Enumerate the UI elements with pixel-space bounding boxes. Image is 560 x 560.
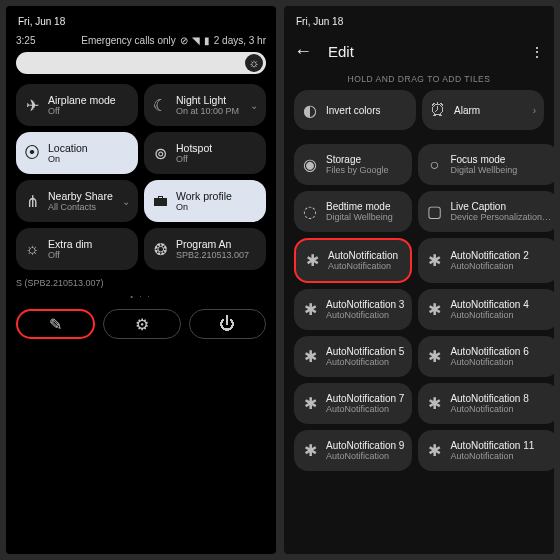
puzzle-icon: ✱ <box>302 300 318 319</box>
bed-icon: ◌ <box>302 202 318 221</box>
phone-right: Fri, Jun 18 ← Edit ⋮ HOLD AND DRAG TO AD… <box>284 6 554 554</box>
brightness-icon: ☼ <box>249 56 260 70</box>
puzzle-icon: ✱ <box>302 394 318 413</box>
chevron-right-icon: › <box>533 105 536 116</box>
tile-autonotification-1[interactable]: ✱ AutoNotificationAutoNotification <box>294 238 412 283</box>
tile-night-light[interactable]: ☾ Night Light On at 10:00 PM ⌄ <box>144 84 266 126</box>
action-button-row: ✎ ⚙ ⏻ <box>16 309 266 339</box>
puzzle-icon: ✱ <box>426 441 442 460</box>
back-button[interactable]: ← <box>294 41 312 62</box>
airplane-icon: ✈︎ <box>24 96 40 115</box>
puzzle-icon: ✱ <box>304 251 320 270</box>
power-button[interactable]: ⏻ <box>189 309 266 339</box>
tile-alarm[interactable]: ⏰︎ Alarm › <box>422 90 544 130</box>
tile-extra-dim[interactable]: ☼ Extra dim Off <box>16 228 138 270</box>
tile-storage[interactable]: ◉ StorageFiles by Google <box>294 144 412 185</box>
pencil-icon: ✎ <box>49 315 62 334</box>
invert-icon: ◐ <box>302 101 318 120</box>
puzzle-icon: ✱ <box>302 441 318 460</box>
briefcase-icon: 💼︎ <box>152 192 168 210</box>
tile-autonotification-9[interactable]: ✱ AutoNotification 9AutoNotification <box>294 430 412 471</box>
puzzle-icon: ✱ <box>426 394 442 413</box>
more-button[interactable]: ⋮ <box>530 44 544 60</box>
tile-location[interactable]: ⦿ Location On <box>16 132 138 174</box>
edit-head-grid: ◐ Invert colors ⏰︎ Alarm › <box>294 90 544 130</box>
tile-airplane[interactable]: ✈︎ Airplane mode Off <box>16 84 138 126</box>
tile-autonotification-6[interactable]: ✱ AutoNotification 6AutoNotification <box>418 336 554 377</box>
page-dots: • · · <box>16 292 266 301</box>
emergency-text: Emergency calls only <box>81 35 175 46</box>
build-footer: S (SPB2.210513.007) <box>16 278 266 288</box>
puzzle-icon: ✱ <box>426 300 442 319</box>
location-icon: ⦿ <box>24 144 40 162</box>
edit-header: ← Edit ⋮ <box>294 35 544 68</box>
tile-autonotification-5[interactable]: ✱ AutoNotification 5AutoNotification <box>294 336 412 377</box>
hotspot-icon: ⊚ <box>152 144 168 163</box>
storage-icon: ◉ <box>302 155 318 174</box>
dim-icon: ☼ <box>24 240 40 258</box>
tile-autonotification-3[interactable]: ✱ AutoNotification 3AutoNotification <box>294 289 412 330</box>
chevron-down-icon: ⌄ <box>122 196 130 207</box>
page-title: Edit <box>328 43 354 60</box>
tile-invert-colors[interactable]: ◐ Invert colors <box>294 90 416 130</box>
caption-icon: ▢ <box>426 202 442 221</box>
tile-hotspot[interactable]: ⊚ Hotspot Off <box>144 132 266 174</box>
tile-nearby-share[interactable]: ⋔ Nearby Share All Contacts ⌄ <box>16 180 138 222</box>
brightness-slider[interactable]: ☼ <box>16 52 266 74</box>
alarm-icon: ⏰︎ <box>430 101 446 119</box>
nearby-share-icon: ⋔ <box>24 192 40 211</box>
power-icon: ⏻ <box>219 315 235 333</box>
focus-icon: ○ <box>426 156 442 174</box>
no-sim-icon: ⊘ <box>180 35 188 46</box>
phone-left: Fri, Jun 18 3:25 Emergency calls only ⊘ … <box>6 6 276 554</box>
tile-bedtime[interactable]: ◌ Bedtime modeDigital Wellbeing <box>294 191 412 232</box>
tile-autonotification-7[interactable]: ✱ AutoNotification 7AutoNotification <box>294 383 412 424</box>
hold-drag-label: HOLD AND DRAG TO ADD TILES <box>294 68 544 90</box>
brightness-knob[interactable]: ☼ <box>245 54 263 72</box>
puzzle-icon: ✱ <box>426 347 442 366</box>
puzzle-icon: ✱ <box>426 251 442 270</box>
date-left: Fri, Jun 18 <box>16 14 266 35</box>
tile-program[interactable]: ❂ Program An SPB2.210513.007 <box>144 228 266 270</box>
quick-tile-grid: ✈︎ Airplane mode Off ☾ Night Light On at… <box>16 84 266 270</box>
program-icon: ❂ <box>152 240 168 259</box>
wifi-icon: ◥ <box>192 35 200 46</box>
clock: 3:25 <box>16 35 35 46</box>
moon-icon: ☾ <box>152 96 168 115</box>
tile-autonotification-2[interactable]: ✱ AutoNotification 2AutoNotification <box>418 238 554 283</box>
status-row: 3:25 Emergency calls only ⊘ ◥ ▮ 2 days, … <box>16 35 266 46</box>
puzzle-icon: ✱ <box>302 347 318 366</box>
settings-button[interactable]: ⚙ <box>103 309 180 339</box>
chevron-down-icon: ⌄ <box>250 100 258 111</box>
tile-autonotification-4[interactable]: ✱ AutoNotification 4AutoNotification <box>418 289 554 330</box>
tile-live-caption[interactable]: ▢ Live CaptionDevice Personalization… <box>418 191 554 232</box>
tile-autonotification-11[interactable]: ✱ AutoNotification 11AutoNotification <box>418 430 554 471</box>
gear-icon: ⚙ <box>135 315 149 334</box>
edit-tiles-button[interactable]: ✎ <box>16 309 95 339</box>
date-right: Fri, Jun 18 <box>294 14 544 35</box>
edit-tile-grid: ◉ StorageFiles by Google ○ Focus modeDig… <box>294 144 544 471</box>
tile-work-profile[interactable]: 💼︎ Work profile On <box>144 180 266 222</box>
status-extra: 2 days, 3 hr <box>214 35 266 46</box>
battery-icon: ▮ <box>204 35 210 46</box>
tile-focus-mode[interactable]: ○ Focus modeDigital Wellbeing <box>418 144 554 185</box>
tile-autonotification-8[interactable]: ✱ AutoNotification 8AutoNotification <box>418 383 554 424</box>
